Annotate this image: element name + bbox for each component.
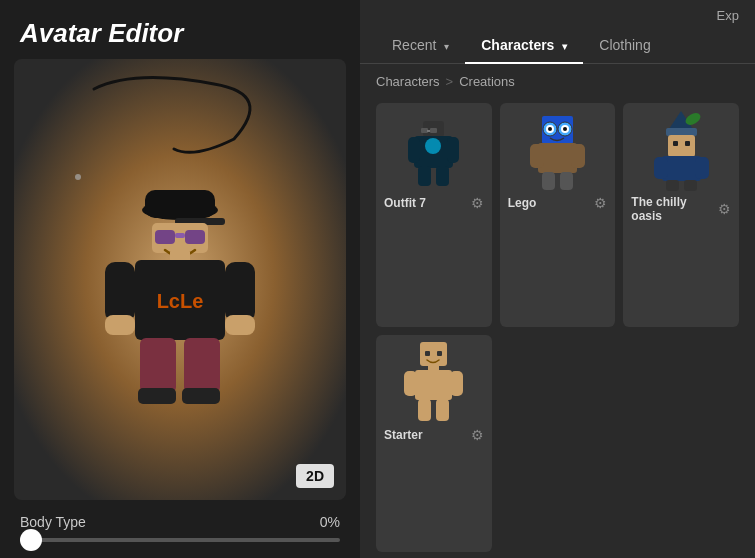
svg-rect-40	[560, 172, 573, 190]
avatar-figure: LcLe	[80, 150, 280, 410]
svg-rect-15	[184, 338, 220, 393]
item-label-row: Outfit 7 ⚙	[382, 195, 486, 211]
svg-rect-51	[684, 180, 697, 191]
svg-rect-42	[666, 128, 697, 136]
svg-rect-4	[155, 230, 175, 244]
right-panel: Exp Recent ▾ Characters ▾ Clothing Chara…	[360, 0, 755, 558]
body-type-section: Body Type 0%	[0, 500, 360, 558]
svg-rect-57	[404, 371, 417, 396]
svg-rect-16	[138, 388, 176, 404]
left-panel: Avatar Editor LcLe	[0, 0, 360, 558]
gear-icon[interactable]: ⚙	[471, 195, 484, 211]
explore-button[interactable]: Exp	[717, 8, 739, 23]
list-item[interactable]: Outfit 7 ⚙	[376, 103, 492, 327]
gear-icon[interactable]: ⚙	[471, 427, 484, 443]
body-type-label: Body Type	[20, 514, 86, 530]
item-name: Lego	[508, 196, 537, 210]
tab-clothing[interactable]: Clothing	[583, 27, 666, 63]
svg-rect-6	[175, 233, 185, 238]
gear-icon[interactable]: ⚙	[718, 201, 731, 217]
svg-rect-49	[695, 157, 709, 179]
svg-rect-25	[436, 166, 449, 186]
breadcrumb-parent[interactable]: Characters	[376, 74, 440, 89]
item-label-row: Lego ⚙	[506, 195, 610, 211]
top-bar: Exp	[360, 0, 755, 27]
svg-rect-13	[225, 315, 255, 335]
breadcrumb-separator: >	[446, 74, 454, 89]
item-label-row: Starter ⚙	[382, 427, 486, 443]
svg-rect-56	[415, 370, 452, 400]
svg-rect-45	[673, 141, 678, 146]
list-item[interactable]: Lego ⚙	[500, 103, 616, 327]
svg-rect-53	[425, 351, 430, 356]
gear-icon[interactable]: ⚙	[594, 195, 607, 211]
item-image	[641, 111, 721, 191]
item-name: Starter	[384, 428, 423, 442]
svg-rect-48	[654, 157, 668, 179]
item-image	[394, 343, 474, 423]
svg-rect-54	[437, 351, 442, 356]
item-image	[394, 111, 474, 191]
svg-point-35	[563, 127, 567, 131]
svg-rect-17	[182, 388, 220, 404]
item-label-row: The chilly oasis ⚙	[629, 195, 733, 223]
chevron-down-icon: ▾	[562, 41, 567, 52]
svg-rect-50	[666, 180, 679, 191]
item-image	[517, 111, 597, 191]
list-item[interactable]: The chilly oasis ⚙	[623, 103, 739, 327]
svg-rect-46	[685, 141, 690, 146]
items-grid: Outfit 7 ⚙	[360, 97, 755, 558]
svg-rect-5	[185, 230, 205, 244]
svg-rect-59	[418, 399, 431, 421]
item-name: The chilly oasis	[631, 195, 718, 223]
svg-rect-60	[436, 399, 449, 421]
svg-rect-14	[140, 338, 176, 393]
tab-characters[interactable]: Characters ▾	[465, 27, 583, 63]
svg-point-21	[425, 138, 441, 154]
svg-rect-26	[421, 128, 428, 133]
svg-rect-27	[430, 128, 437, 133]
breadcrumb-current: Creations	[459, 74, 515, 89]
tab-recent[interactable]: Recent ▾	[376, 27, 465, 63]
svg-rect-44	[668, 135, 695, 157]
svg-rect-22	[408, 137, 420, 163]
breadcrumb: Characters > Creations	[360, 64, 755, 97]
svg-rect-37	[530, 144, 544, 168]
chevron-down-icon: ▾	[444, 41, 449, 52]
svg-rect-58	[450, 371, 463, 396]
body-type-row: Body Type 0%	[20, 514, 340, 530]
svg-text:LcLe: LcLe	[157, 290, 204, 312]
item-name: Outfit 7	[384, 196, 426, 210]
btn-2d[interactable]: 2D	[296, 464, 334, 488]
svg-rect-38	[571, 144, 585, 168]
svg-rect-12	[105, 315, 135, 335]
svg-rect-39	[542, 172, 555, 190]
svg-rect-1	[145, 190, 215, 218]
svg-point-34	[548, 127, 552, 131]
svg-rect-11	[225, 262, 255, 322]
tabs-bar: Recent ▾ Characters ▾ Clothing	[360, 27, 755, 64]
list-item[interactable]: Starter ⚙	[376, 335, 492, 553]
app-title: Avatar Editor	[0, 0, 360, 59]
body-type-slider-thumb[interactable]	[20, 529, 42, 551]
avatar-preview: LcLe 2D	[14, 59, 346, 500]
svg-rect-24	[418, 166, 431, 186]
body-type-slider-track[interactable]	[20, 538, 340, 542]
svg-rect-23	[447, 137, 459, 163]
svg-rect-28	[427, 130, 430, 132]
svg-rect-10	[105, 262, 135, 322]
body-type-percent: 0%	[320, 514, 340, 530]
